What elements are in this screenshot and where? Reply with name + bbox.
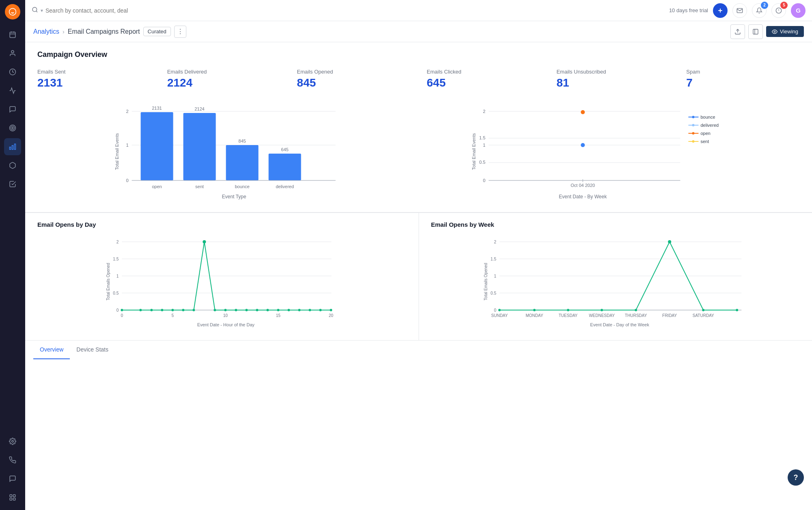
breadcrumb-bar: Analytics › Email Campaigns Report Curat… (25, 21, 812, 42)
notifications-bell[interactable]: 2 (752, 3, 767, 18)
sidebar-item-calendar[interactable] (4, 26, 21, 43)
svg-point-8 (12, 128, 13, 129)
svg-rect-25 (753, 29, 758, 34)
svg-point-105 (266, 309, 269, 311)
svg-text:0: 0 (126, 178, 128, 183)
topbar: ▾ 10 days free trial 2 5 (25, 0, 812, 21)
sidebar-item-chat[interactable] (4, 470, 21, 487)
stat-label-spam: Spam (686, 69, 800, 75)
svg-text:845: 845 (238, 139, 246, 143)
stat-emails-delivered: Emails Delivered 2124 (167, 69, 281, 89)
report-title: Email Campaigns Report (68, 28, 140, 35)
breadcrumb-arrow: › (63, 28, 65, 35)
svg-point-97 (182, 309, 184, 311)
svg-text:2131: 2131 (152, 106, 162, 111)
tab-overview[interactable]: Overview (33, 341, 70, 359)
sidebar-item-analytics[interactable] (4, 138, 21, 155)
more-options-button[interactable]: ⋮ (174, 26, 186, 38)
svg-point-17 (32, 7, 37, 12)
charts-row: Total Email Events 2 1 0 2131 (37, 101, 800, 204)
stat-label-clicked: Emails Clicked (427, 69, 540, 75)
sidebar-item-apps[interactable] (4, 489, 21, 506)
svg-text:WEDNESDAY: WEDNESDAY (589, 313, 615, 318)
content-area: Campaign Overview Emails Sent 2131 Email… (25, 42, 812, 510)
svg-point-131 (533, 309, 536, 311)
viewing-button[interactable]: Viewing (766, 26, 804, 37)
sidebar-item-deals[interactable] (4, 63, 21, 80)
notifications-circle[interactable]: 5 (771, 3, 786, 18)
svg-point-27 (774, 31, 775, 33)
layout-button[interactable] (748, 24, 763, 39)
sidebar-item-reports[interactable] (4, 82, 21, 99)
svg-point-95 (161, 309, 163, 311)
sidebar-item-phone[interactable] (4, 451, 21, 469)
svg-text:2: 2 (483, 109, 485, 114)
avatar[interactable]: G (791, 3, 806, 18)
search-input[interactable] (45, 7, 135, 14)
svg-point-62 (581, 110, 585, 114)
svg-text:Event Date - Day of the Week: Event Date - Day of the Week (590, 322, 649, 327)
sidebar-item-contacts[interactable] (4, 45, 21, 62)
svg-text:2: 2 (494, 240, 496, 244)
svg-text:2124: 2124 (194, 106, 204, 111)
bell-badge: 2 (761, 2, 768, 9)
svg-point-106 (277, 309, 279, 311)
topbar-right: 10 days free trial 2 5 G (669, 3, 806, 18)
search-dropdown-icon[interactable]: ▾ (41, 8, 43, 13)
svg-point-78 (692, 140, 695, 143)
add-button[interactable] (713, 3, 728, 18)
svg-rect-0 (10, 32, 15, 38)
svg-text:1.5: 1.5 (113, 257, 119, 261)
svg-rect-39 (226, 145, 259, 180)
curated-badge[interactable]: Curated (143, 27, 171, 36)
tab-device-stats[interactable]: Device Stats (70, 341, 115, 359)
week-chart-title: Email Opens by Week (431, 221, 800, 228)
stat-emails-unsubscribed: Emails Unsubscribed 81 (557, 69, 670, 89)
stat-emails-sent: Emails Sent 2131 (37, 69, 151, 89)
stat-emails-clicked: Emails Clicked 645 (427, 69, 540, 89)
app-logo[interactable] (5, 4, 20, 20)
sidebar-item-products[interactable] (4, 157, 21, 174)
svg-text:THURSDAY: THURSDAY (625, 313, 647, 318)
svg-point-12 (12, 441, 14, 443)
stat-value-unsubscribed: 81 (557, 76, 670, 89)
svg-text:0: 0 (494, 308, 496, 313)
svg-point-107 (287, 309, 290, 311)
svg-text:Total Email Events: Total Email Events (114, 133, 119, 170)
export-button[interactable] (730, 24, 745, 39)
svg-point-72 (692, 124, 695, 126)
svg-point-92 (121, 309, 123, 311)
svg-rect-41 (269, 154, 301, 180)
svg-text:SATURDAY: SATURDAY (692, 313, 714, 318)
sidebar-item-settings[interactable] (4, 433, 21, 450)
svg-text:1.5: 1.5 (490, 257, 496, 261)
sidebar-item-tasks[interactable] (4, 176, 21, 193)
svg-text:Total Emails Opened: Total Emails Opened (484, 263, 488, 300)
svg-text:open: open (152, 184, 162, 189)
stat-label-sent: Emails Sent (37, 69, 151, 75)
svg-text:Event Date - By Week: Event Date - By Week (559, 194, 607, 200)
svg-text:0: 0 (483, 178, 485, 183)
svg-text:20: 20 (329, 313, 334, 318)
svg-rect-16 (13, 498, 15, 500)
stat-label-delivered: Emails Delivered (167, 69, 281, 75)
stat-label-opened: Emails Opened (297, 69, 410, 75)
analytics-breadcrumb[interactable]: Analytics (33, 28, 59, 35)
stat-value-sent: 2131 (37, 76, 151, 89)
mail-button[interactable] (732, 3, 747, 18)
svg-point-102 (235, 309, 237, 311)
help-button[interactable]: ? (788, 469, 804, 486)
svg-text:10: 10 (223, 313, 228, 318)
tab-bar: Overview Device Stats (25, 340, 812, 359)
stats-row: Emails Sent 2131 Emails Delivered 2124 E… (37, 69, 800, 89)
search-icon[interactable] (32, 7, 38, 15)
sidebar-item-messages[interactable] (4, 101, 21, 118)
week-chart-svg: Total Emails Opened 2 1.5 1 0.5 0 (431, 233, 800, 330)
sidebar-item-goals[interactable] (4, 119, 21, 137)
svg-text:delivered: delivered (276, 184, 294, 189)
svg-text:2: 2 (126, 109, 128, 114)
stat-value-spam: 7 (686, 76, 800, 89)
svg-point-111 (330, 309, 332, 311)
svg-point-99 (203, 240, 206, 243)
stat-label-unsubscribed: Emails Unsubscribed (557, 69, 670, 75)
